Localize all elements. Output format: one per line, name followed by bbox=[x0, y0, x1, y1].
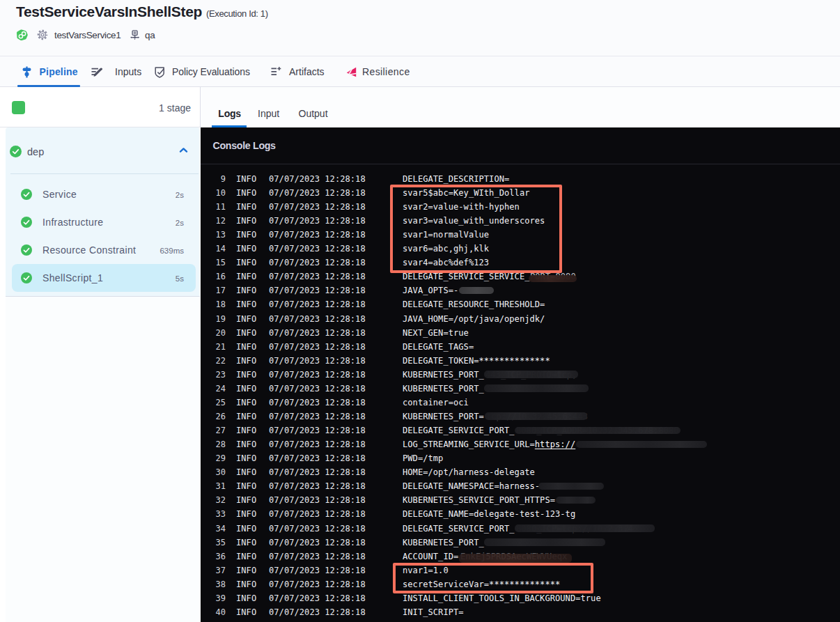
log-line-number: 22 bbox=[205, 354, 226, 368]
log-line-number: 30 bbox=[205, 465, 226, 479]
log-message: INSTALL_CLIENT_TOOLS_IN_BACKGROUND=true bbox=[403, 591, 601, 605]
log-line: 32 INFO 07/07/2023 12:28:18 KUBERNETES_S… bbox=[201, 493, 840, 507]
log-line-number: 36 bbox=[205, 550, 226, 563]
log-line-number: 10 bbox=[205, 186, 226, 200]
log-line: 24 INFO 07/07/2023 12:28:18 KUBERNETES_P… bbox=[201, 382, 840, 396]
log-message: DELEGATE_SERVICE_PORT_ bbox=[403, 423, 515, 437]
service-name[interactable]: testVarsService1 bbox=[54, 30, 120, 40]
log-message: DELEGATE_TOKEN=************** bbox=[403, 354, 550, 368]
log-level: INFO bbox=[236, 228, 256, 242]
step-success-icon bbox=[21, 217, 32, 228]
stage-name-label: dep bbox=[27, 146, 44, 157]
log-timestamp: 07/07/2023 12:28:18 bbox=[269, 283, 366, 297]
log-line-number: 21 bbox=[205, 340, 226, 354]
pipeline-icon bbox=[22, 66, 31, 78]
log-timestamp: 07/07/2023 12:28:18 bbox=[269, 354, 366, 368]
log-line: 39 INFO 07/07/2023 12:28:18 INSTALL_CLIE… bbox=[201, 591, 840, 605]
tab-input[interactable]: Input bbox=[258, 108, 279, 119]
tab-pipeline-label: Pipeline bbox=[40, 66, 78, 77]
log-level: INFO bbox=[236, 591, 256, 605]
step-duration-label: 2s bbox=[176, 219, 184, 227]
step-row-resource-constraint[interactable]: Resource Constraint 639ms bbox=[12, 236, 196, 264]
chevron-up-icon[interactable] bbox=[179, 146, 188, 155]
log-line: 28 INFO 07/07/2023 12:28:18 LOG_STREAMIN… bbox=[201, 437, 840, 451]
log-timestamp: 07/07/2023 12:28:18 bbox=[269, 536, 366, 550]
log-level: INFO bbox=[236, 465, 256, 479]
log-link[interactable]: https:// bbox=[535, 440, 575, 449]
title-row: TestServiceVarsInShellStep (Execution Id… bbox=[16, 3, 643, 21]
step-success-icon bbox=[21, 272, 32, 283]
log-line: 19 INFO 07/07/2023 12:28:18 JAVA_HOME=/o… bbox=[201, 312, 840, 326]
log-level: INFO bbox=[236, 563, 256, 577]
log-line: 34 INFO 07/07/2023 12:28:18 DELEGATE_SER… bbox=[201, 522, 840, 536]
execution-header: TestServiceVarsInShellStep (Execution Id… bbox=[0, 0, 840, 56]
step-details-panel: Logs Input Output Console Logs 9 INFO 07… bbox=[201, 87, 840, 622]
tab-logs[interactable]: Logs bbox=[218, 108, 241, 119]
log-timestamp: 07/07/2023 12:28:18 bbox=[269, 256, 366, 270]
redacted-value bbox=[484, 538, 605, 546]
log-level: INFO bbox=[236, 577, 256, 591]
log-timestamp: 07/07/2023 12:28:18 bbox=[269, 326, 366, 340]
stage-divider bbox=[10, 173, 199, 174]
environment-icon bbox=[130, 30, 140, 40]
log-level: INFO bbox=[236, 396, 256, 410]
log-timestamp: 07/07/2023 12:28:18 bbox=[269, 410, 366, 423]
log-level: INFO bbox=[236, 522, 256, 536]
redacted-value bbox=[459, 287, 494, 295]
log-message: HOME=/opt/harness-delegate bbox=[403, 465, 535, 479]
service-gear-icon bbox=[37, 29, 48, 40]
log-line-number: 29 bbox=[205, 451, 226, 465]
log-message: container=oci bbox=[403, 396, 469, 410]
log-timestamp: 07/07/2023 12:28:18 bbox=[269, 396, 366, 410]
log-message: DELEGATE_SERVICE_PORT_ bbox=[403, 522, 515, 536]
log-line: 27 INFO 07/07/2023 12:28:18 DELEGATE_SER… bbox=[201, 423, 840, 437]
environment-name[interactable]: qa bbox=[145, 30, 155, 40]
redacted-value bbox=[556, 497, 596, 504]
log-line: 30 INFO 07/07/2023 12:28:18 HOME=/opt/ha… bbox=[201, 465, 840, 479]
redacted-value bbox=[515, 427, 680, 435]
execution-sidebar: 1 stage dep Service bbox=[0, 87, 201, 622]
tab-output[interactable]: Output bbox=[299, 108, 328, 119]
log-line: 10 INFO 07/07/2023 12:28:18 svar5$abc=Ke… bbox=[201, 186, 840, 200]
log-message: DELEGATE_NAMESPACE=harness- bbox=[403, 479, 540, 493]
log-level: INFO bbox=[236, 354, 256, 368]
log-line-number: 12 bbox=[205, 214, 226, 228]
log-line-number: 26 bbox=[205, 410, 226, 423]
log-line: 15 INFO 07/07/2023 12:28:18 svar4=abc%de… bbox=[201, 256, 840, 270]
log-line: 23 INFO 07/07/2023 12:28:18 KUBERNETES_P… bbox=[201, 368, 840, 382]
step-row-shellscript-1[interactable]: ShellScript_1 5s bbox=[12, 264, 196, 292]
step-duration-label: 639ms bbox=[160, 247, 184, 255]
stage-row-dep[interactable]: dep bbox=[6, 127, 200, 173]
log-timestamp: 07/07/2023 12:28:18 bbox=[269, 297, 366, 311]
step-row-service[interactable]: Service 2s bbox=[12, 180, 196, 208]
log-timestamp: 07/07/2023 12:28:18 bbox=[269, 214, 366, 228]
log-timestamp: 07/07/2023 12:28:18 bbox=[269, 493, 366, 507]
log-level: INFO bbox=[236, 382, 256, 396]
log-line: 26 INFO 07/07/2023 12:28:18 KUBERNETES_P… bbox=[201, 410, 840, 423]
log-timestamp: 07/07/2023 12:28:18 bbox=[269, 340, 366, 354]
page-title: TestServiceVarsInShellStep bbox=[16, 3, 202, 20]
log-timestamp: 07/07/2023 12:28:18 bbox=[269, 368, 366, 382]
log-level: INFO bbox=[236, 256, 256, 270]
cd-module-icon bbox=[17, 29, 28, 41]
log-level: INFO bbox=[236, 283, 256, 297]
log-message: KUBERNETES_PORT_ bbox=[403, 368, 484, 382]
log-line-number: 9 bbox=[205, 172, 226, 186]
log-message: DELEGATE_SERVICE_SERVICE_ bbox=[403, 270, 530, 283]
log-line-number: 23 bbox=[205, 368, 226, 382]
step-row-infrastructure[interactable]: Infrastructure 2s bbox=[12, 208, 196, 236]
log-level: INFO bbox=[236, 340, 256, 354]
redacted-value bbox=[538, 483, 604, 490]
stage-count-label: 1 stage bbox=[159, 102, 191, 114]
stage-success-icon bbox=[10, 146, 22, 157]
log-line-number: 39 bbox=[205, 591, 226, 605]
log-level: INFO bbox=[236, 410, 256, 423]
log-message: DELEGATE_NAME=delegate-test-123-tg bbox=[403, 507, 575, 521]
log-line: 37 INFO 07/07/2023 12:28:18 nvar1=1.0 bbox=[201, 563, 840, 577]
log-message: DELEGATE_RESOURCE_THRESHOLD= bbox=[403, 297, 545, 311]
log-level: INFO bbox=[236, 479, 256, 493]
log-message: svar5$abc=Key_WIth_Dollar bbox=[403, 186, 530, 200]
log-line-number: 38 bbox=[205, 577, 226, 591]
log-line-number: 14 bbox=[205, 242, 226, 256]
log-level: INFO bbox=[236, 536, 256, 550]
